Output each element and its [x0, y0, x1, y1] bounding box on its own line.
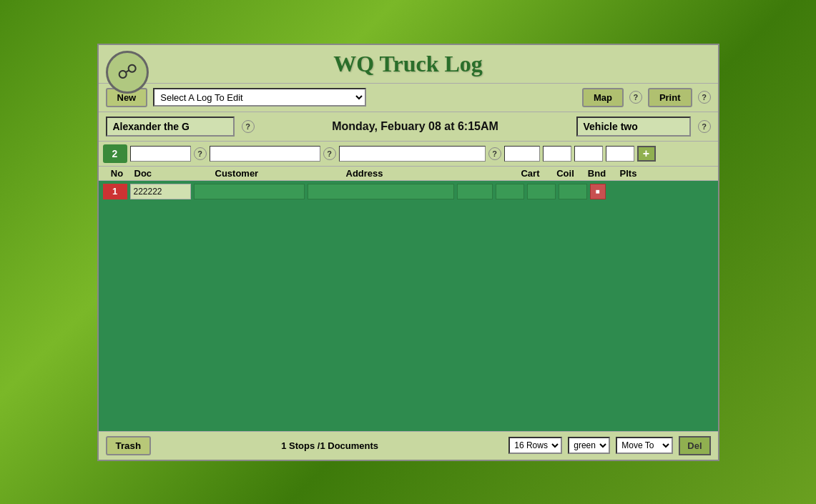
del-button[interactable]: Del	[679, 436, 710, 455]
column-labels-row: No Doc Customer Address Cart Coil Bnd Pl…	[99, 167, 718, 181]
toolbar-row: New Select A Log To Edit Map ? Print ?	[99, 84, 718, 112]
row-plts-cell[interactable]	[559, 184, 587, 199]
bnd-input[interactable]	[574, 146, 603, 162]
map-button[interactable]: Map	[582, 88, 624, 107]
row-bnd-cell[interactable]	[527, 184, 556, 199]
logo-icon: ☍	[117, 60, 137, 84]
plts-input[interactable]	[606, 146, 634, 162]
col-customer-label: Customer	[215, 168, 326, 179]
row-cart-cell[interactable]	[457, 184, 493, 199]
app-logo: ☍	[106, 51, 149, 94]
row-customer-cell[interactable]	[194, 184, 305, 199]
row-delete-button[interactable]: ■	[590, 184, 606, 199]
row-no-cell: 1	[103, 184, 127, 199]
add-row-button[interactable]: +	[637, 146, 656, 162]
select-log-dropdown[interactable]: Select A Log To Edit	[153, 88, 366, 107]
address-help-icon[interactable]: ?	[488, 147, 501, 160]
footer-row: Trash 1 Stops /1 Documents 16 Rows 8 Row…	[99, 431, 718, 460]
address-input[interactable]	[339, 146, 486, 162]
col-address-label: Address	[346, 168, 493, 179]
table-row: 1 222222 ■	[103, 184, 714, 199]
col-no-label: No	[103, 168, 132, 179]
coil-input[interactable]	[543, 146, 571, 162]
col-bnd-label: Bnd	[583, 168, 611, 179]
col-coil-label: Coil	[551, 168, 580, 179]
row-number-badge: 2	[103, 144, 127, 163]
trash-button[interactable]: Trash	[106, 436, 152, 455]
driver-help-icon[interactable]: ?	[242, 120, 255, 133]
customer-help-icon[interactable]: ?	[323, 147, 336, 160]
date-display: Monday, Febuary 08 at 6:15AM	[262, 120, 569, 133]
header-row: ☍ WQ Truck Log	[99, 45, 718, 84]
cart-input[interactable]	[504, 146, 540, 162]
print-button[interactable]: Print	[648, 88, 692, 107]
col-plts-label: Plts	[614, 168, 643, 179]
map-help-icon[interactable]: ?	[629, 91, 642, 104]
customer-input[interactable]	[210, 146, 320, 162]
row-coil-cell[interactable]	[496, 184, 524, 199]
doc-input[interactable]	[130, 146, 191, 162]
rows-select[interactable]: 16 Rows 8 Rows 32 Rows	[508, 437, 562, 454]
data-table: 1 222222 ■	[99, 181, 718, 431]
app-title: WQ Truck Log	[333, 51, 483, 77]
print-help-icon[interactable]: ?	[698, 91, 711, 104]
col-doc-label: Doc	[134, 168, 195, 179]
color-select[interactable]: green blue red	[568, 437, 610, 454]
main-window: ☍ WQ Truck Log New Select A Log To Edit …	[97, 44, 719, 461]
row-address-cell[interactable]	[308, 184, 454, 199]
col-cart-label: Cart	[513, 168, 549, 179]
stops-info: 1 Stops /1 Documents	[157, 440, 503, 451]
doc-help-icon[interactable]: ?	[194, 147, 207, 160]
info-row: Alexander the G ? Monday, Febuary 08 at …	[99, 112, 718, 142]
logo-area: ☍	[106, 51, 149, 94]
row-doc-cell[interactable]: 222222	[130, 184, 191, 199]
vehicle-field[interactable]: Vehicle two	[576, 117, 691, 137]
vehicle-help-icon[interactable]: ?	[698, 120, 711, 133]
driver-field[interactable]: Alexander the G	[106, 117, 235, 137]
move-to-select[interactable]: Move To	[616, 437, 673, 454]
table-input-row: 2 ? ? ? +	[99, 142, 718, 167]
